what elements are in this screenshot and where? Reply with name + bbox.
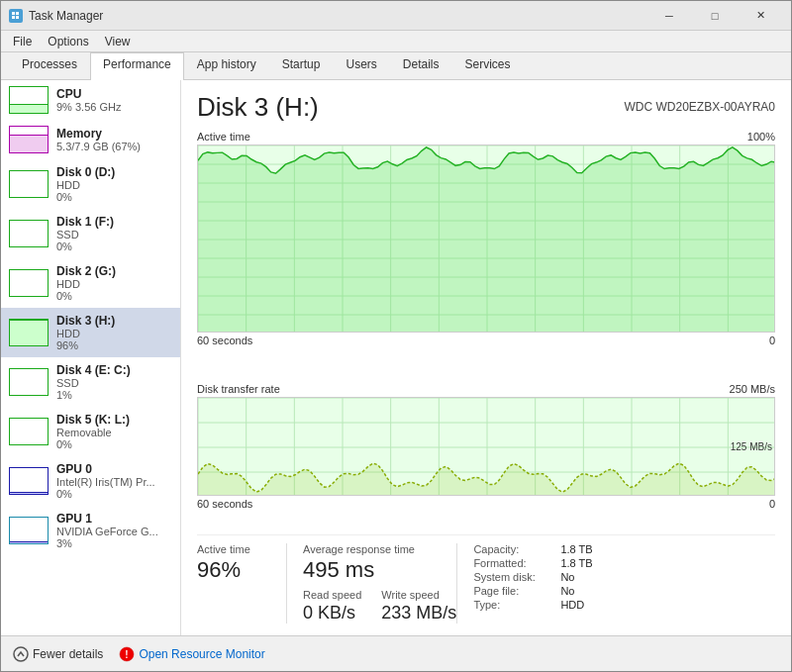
disk2-thumbnail bbox=[9, 269, 49, 297]
disk1-info: Disk 1 (F:) SSD0% bbox=[56, 215, 172, 252]
gpu0-title: GPU 0 bbox=[56, 462, 172, 476]
open-resource-label: Open Resource Monitor bbox=[139, 647, 264, 661]
close-button[interactable]: ✕ bbox=[738, 6, 783, 26]
cpu-sub: 9% 3.56 GHz bbox=[56, 101, 172, 113]
svg-rect-2 bbox=[12, 16, 15, 19]
disk1-thumbnail bbox=[9, 220, 49, 247]
chart2-time-left: 60 seconds bbox=[197, 498, 252, 510]
write-speed-value: 233 MB/s bbox=[381, 603, 456, 624]
disk2-info: Disk 2 (G:) HDD0% bbox=[56, 264, 172, 302]
gpu1-thumbnail bbox=[9, 517, 49, 544]
gpu1-title: GPU 1 bbox=[56, 512, 172, 526]
disk0-sub: HDD0% bbox=[56, 179, 172, 203]
tab-users[interactable]: Users bbox=[333, 52, 389, 80]
gpu1-info: GPU 1 NVIDIA GeForce G...3% bbox=[56, 512, 172, 549]
kv-system-disk: System disk: No bbox=[473, 571, 592, 583]
svg-text:!: ! bbox=[126, 649, 129, 660]
window-controls: ─ □ ✕ bbox=[646, 6, 783, 26]
formatted-val: 1.8 TB bbox=[560, 557, 592, 569]
sidebar-item-gpu1[interactable]: GPU 1 NVIDIA GeForce G...3% bbox=[1, 506, 180, 555]
memory-info: Memory 5.3/7.9 GB (67%) bbox=[56, 127, 172, 152]
chart2-label: Disk transfer rate bbox=[197, 383, 280, 395]
chart1-time-row: 60 seconds 0 bbox=[197, 335, 775, 346]
sidebar-item-disk4[interactable]: Disk 4 (E: C:) SSD1% bbox=[1, 357, 180, 407]
chart2-time-right: 0 bbox=[769, 498, 775, 510]
svg-rect-1 bbox=[16, 12, 19, 15]
chart1-label: Active time bbox=[197, 131, 250, 143]
sidebar-item-disk3[interactable]: Disk 3 (H:) HDD96% bbox=[1, 308, 180, 357]
task-manager-window: Task Manager ─ □ ✕ File Options View Pro… bbox=[0, 0, 792, 672]
sidebar-item-disk0[interactable]: Disk 0 (D:) HDD0% bbox=[1, 159, 180, 209]
svg-rect-0 bbox=[12, 12, 15, 15]
transfer-rate-chart: 125 MB/s bbox=[197, 397, 775, 496]
tab-performance[interactable]: Performance bbox=[90, 52, 184, 80]
maximize-button[interactable]: □ bbox=[692, 6, 738, 26]
disk4-sub: SSD1% bbox=[56, 377, 172, 401]
disk2-title: Disk 2 (G:) bbox=[56, 264, 172, 278]
resource-monitor-icon: ! bbox=[119, 646, 135, 662]
system-disk-val: No bbox=[560, 571, 574, 583]
open-resource-monitor-button[interactable]: ! Open Resource Monitor bbox=[119, 646, 264, 662]
memory-thumbnail bbox=[9, 126, 49, 153]
disk4-info: Disk 4 (E: C:) SSD1% bbox=[56, 363, 172, 401]
chart1-label-row: Active time 100% bbox=[197, 131, 775, 143]
minimize-button[interactable]: ─ bbox=[646, 6, 692, 26]
active-time-value: 96% bbox=[197, 557, 286, 583]
kv-capacity: Capacity: 1.8 TB bbox=[473, 543, 592, 555]
tab-services[interactable]: Services bbox=[452, 52, 524, 80]
kv-block: Capacity: 1.8 TB Formatted: 1.8 TB Syste… bbox=[473, 543, 608, 624]
menu-bar: File Options View bbox=[1, 31, 791, 52]
gpu0-info: GPU 0 Intel(R) Iris(TM) Pr...0% bbox=[56, 462, 172, 500]
disk5-thumbnail bbox=[9, 418, 49, 445]
active-time-label: Active time bbox=[197, 543, 286, 555]
cpu-info: CPU 9% 3.56 GHz bbox=[56, 87, 172, 113]
menu-options[interactable]: Options bbox=[40, 33, 96, 49]
chart2-label-row: Disk transfer rate 250 MB/s bbox=[197, 383, 775, 395]
disk0-info: Disk 0 (D:) HDD0% bbox=[56, 165, 172, 203]
gpu1-sub: NVIDIA GeForce G...3% bbox=[56, 526, 172, 549]
chart1-time-right: 0 bbox=[769, 335, 775, 346]
active-time-chart-section: Active time 100% 60 seconds 0 bbox=[197, 131, 775, 379]
read-speed-value: 0 KB/s bbox=[303, 603, 361, 624]
disk4-title: Disk 4 (E: C:) bbox=[56, 363, 172, 377]
sidebar-item-gpu0[interactable]: GPU 0 Intel(R) Iris(TM) Pr...0% bbox=[1, 456, 180, 506]
formatted-key: Formatted: bbox=[473, 557, 552, 569]
fewer-details-button[interactable]: Fewer details bbox=[13, 646, 103, 662]
title-bar-left: Task Manager bbox=[9, 9, 103, 23]
sidebar-item-disk1[interactable]: Disk 1 (F:) SSD0% bbox=[1, 209, 180, 258]
stats-row: Active time 96% Average response time 49… bbox=[197, 534, 775, 624]
sidebar-item-memory[interactable]: Memory 5.3/7.9 GB (67%) bbox=[1, 120, 180, 159]
disk0-thumbnail bbox=[9, 170, 49, 198]
fewer-details-label: Fewer details bbox=[33, 647, 103, 661]
sidebar-item-disk5[interactable]: Disk 5 (K: L:) Removable0% bbox=[1, 407, 180, 456]
disk0-title: Disk 0 (D:) bbox=[56, 165, 172, 179]
read-speed-label: Read speed bbox=[303, 589, 361, 601]
cpu-thumbnail bbox=[9, 86, 49, 114]
disk2-sub: HDD0% bbox=[56, 278, 172, 302]
capacity-key: Capacity: bbox=[473, 543, 552, 555]
active-time-stat: Active time 96% bbox=[197, 543, 286, 583]
read-speed-stat: Read speed 0 KB/s bbox=[303, 589, 361, 624]
rw-speeds: Read speed 0 KB/s Write speed 233 MB/s bbox=[303, 589, 456, 624]
app-icon bbox=[9, 9, 23, 23]
disk3-title: Disk 3 (H:) bbox=[56, 314, 172, 328]
tab-processes[interactable]: Processes bbox=[9, 52, 90, 80]
tab-bar: Processes Performance App history Startu… bbox=[1, 52, 791, 80]
menu-view[interactable]: View bbox=[97, 33, 139, 49]
window-title: Task Manager bbox=[29, 9, 103, 23]
tab-app-history[interactable]: App history bbox=[184, 52, 269, 80]
disk5-info: Disk 5 (K: L:) Removable0% bbox=[56, 413, 172, 450]
tab-startup[interactable]: Startup bbox=[269, 52, 334, 80]
menu-file[interactable]: File bbox=[5, 33, 40, 49]
memory-title: Memory bbox=[56, 127, 172, 141]
svg-rect-3 bbox=[16, 16, 19, 19]
sidebar-item-cpu[interactable]: CPU 9% 3.56 GHz bbox=[1, 80, 180, 120]
chart2-time-row: 60 seconds 0 bbox=[197, 498, 775, 510]
svg-point-4 bbox=[14, 647, 28, 661]
divider1 bbox=[286, 543, 287, 624]
gpu0-sub: Intel(R) Iris(TM) Pr...0% bbox=[56, 476, 172, 500]
type-val: HDD bbox=[560, 599, 584, 611]
sidebar-item-disk2[interactable]: Disk 2 (G:) HDD0% bbox=[1, 258, 180, 308]
tab-details[interactable]: Details bbox=[390, 52, 452, 80]
capacity-val: 1.8 TB bbox=[560, 543, 592, 555]
